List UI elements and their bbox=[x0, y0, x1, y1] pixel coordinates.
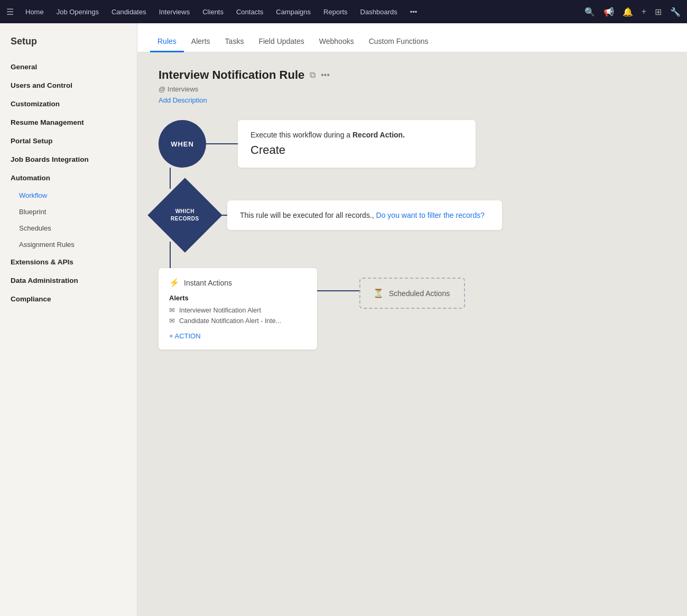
which-records-card[interactable]: This rule will be executed for all recor… bbox=[227, 200, 502, 230]
tabs-bar: Rules Alerts Tasks Field Updates Webhook… bbox=[137, 23, 687, 52]
workflow-content: Interview Notification Rule ⧉ ••• @ Inte… bbox=[137, 52, 687, 616]
nav-item-interviews[interactable]: Interviews bbox=[154, 5, 196, 19]
alert-item-1: ✉ Interviewer Notification Alert bbox=[169, 306, 307, 314]
when-text-prefix: Execute this workflow during a bbox=[250, 131, 352, 139]
hourglass-icon: ⏳ bbox=[373, 288, 384, 298]
v-line-2 bbox=[170, 242, 171, 268]
sidebar: Setup General Users and Control Customiz… bbox=[0, 23, 137, 616]
alert-text-1: Interviewer Notification Alert bbox=[179, 307, 261, 314]
sidebar-item-assignment-rules[interactable]: Assignment Rules bbox=[0, 236, 137, 253]
sidebar-item-data-admin[interactable]: Data Administration bbox=[0, 271, 137, 290]
when-connector bbox=[206, 143, 238, 144]
menu-icon[interactable]: ☰ bbox=[6, 7, 14, 17]
settings-icon[interactable]: 🔧 bbox=[670, 7, 681, 17]
sidebar-item-job-boards[interactable]: Job Boards Integration bbox=[0, 150, 137, 169]
sidebar-item-schedules[interactable]: Schedules bbox=[0, 220, 137, 236]
sidebar-item-automation[interactable]: Automation bbox=[0, 169, 137, 187]
rule-module: @ Interviews bbox=[159, 85, 666, 93]
nav-item-job-openings[interactable]: Job Openings bbox=[51, 5, 104, 19]
grid-icon[interactable]: ⊞ bbox=[655, 7, 662, 17]
alert-text-2: Candidate Notification Alert - Inte... bbox=[179, 317, 281, 325]
sidebar-item-customization[interactable]: Customization bbox=[0, 95, 137, 113]
alerts-label: Alerts bbox=[169, 294, 307, 302]
sidebar-item-extensions-apis[interactable]: Extensions & APIs bbox=[0, 253, 137, 271]
announcements-icon[interactable]: 📢 bbox=[604, 7, 614, 17]
nav-item-reports[interactable]: Reports bbox=[318, 5, 353, 19]
tab-webhooks[interactable]: Webhooks bbox=[312, 32, 361, 52]
main-layout: Setup General Users and Control Customiz… bbox=[0, 23, 687, 616]
v-line-1 bbox=[170, 168, 171, 189]
sidebar-item-users-control[interactable]: Users and Control bbox=[0, 76, 137, 95]
top-navigation: ☰ Home Job Openings Candidates Interview… bbox=[0, 0, 687, 23]
flash-icon: ⚡ bbox=[169, 278, 180, 288]
which-records-text: This rule will be executed for all recor… bbox=[240, 211, 376, 219]
instant-actions-box: ⚡ Instant Actions Alerts ✉ Interviewer N… bbox=[159, 268, 317, 350]
nav-item-more[interactable]: ••• bbox=[405, 5, 423, 19]
actions-row: ⚡ Instant Actions Alerts ✉ Interviewer N… bbox=[159, 268, 666, 350]
sidebar-item-general[interactable]: General bbox=[0, 58, 137, 76]
alert-item-2: ✉ Candidate Notification Alert - Inte... bbox=[169, 317, 307, 325]
nav-item-clients[interactable]: Clients bbox=[197, 5, 229, 19]
v-connector-1 bbox=[159, 168, 666, 189]
nav-item-candidates[interactable]: Candidates bbox=[106, 5, 152, 19]
notifications-icon[interactable]: 🔔 bbox=[623, 7, 633, 17]
add-description-link[interactable]: Add Description bbox=[159, 96, 666, 104]
workflow-diagram: WHEN Execute this workflow during a Reco… bbox=[159, 120, 666, 350]
add-action-button[interactable]: + ACTION bbox=[169, 332, 307, 340]
topnav-icons: 🔍 📢 🔔 + ⊞ 🔧 bbox=[584, 7, 681, 17]
sidebar-item-workflow[interactable]: Workflow bbox=[0, 187, 137, 204]
which-records-step: WHICHRECORDS This rule will be executed … bbox=[159, 189, 666, 242]
nav-item-campaigns[interactable]: Campaigns bbox=[271, 5, 316, 19]
search-icon[interactable]: 🔍 bbox=[584, 7, 595, 17]
instant-actions-label: Instant Actions bbox=[184, 279, 232, 287]
when-card-value: Create bbox=[250, 143, 463, 157]
tab-rules[interactable]: Rules bbox=[150, 32, 184, 52]
when-text-bold: Record Action. bbox=[352, 131, 405, 139]
main-content: Rules Alerts Tasks Field Updates Webhook… bbox=[137, 23, 687, 616]
tab-field-updates[interactable]: Field Updates bbox=[251, 32, 311, 52]
v-connector-2 bbox=[159, 242, 666, 268]
sidebar-item-portal-setup[interactable]: Portal Setup bbox=[0, 132, 137, 150]
mail-icon-1: ✉ bbox=[169, 306, 175, 314]
sidebar-item-resume-management[interactable]: Resume Management bbox=[0, 113, 137, 132]
filter-records-link[interactable]: Do you want to filter the records? bbox=[376, 211, 485, 219]
nav-item-dashboards[interactable]: Dashboards bbox=[355, 5, 403, 19]
add-icon[interactable]: + bbox=[642, 7, 646, 16]
sidebar-title: Setup bbox=[0, 36, 137, 58]
scheduled-connector bbox=[317, 290, 359, 291]
tab-tasks[interactable]: Tasks bbox=[218, 32, 252, 52]
sidebar-item-compliance[interactable]: Compliance bbox=[0, 290, 137, 308]
when-card[interactable]: Execute this workflow during a Record Ac… bbox=[238, 120, 476, 168]
when-step: WHEN Execute this workflow during a Reco… bbox=[159, 120, 666, 168]
tab-alerts[interactable]: Alerts bbox=[184, 32, 218, 52]
more-options-icon[interactable]: ••• bbox=[321, 70, 330, 80]
instant-actions-header: ⚡ Instant Actions bbox=[169, 278, 307, 288]
when-card-text: Execute this workflow during a Record Ac… bbox=[250, 131, 463, 139]
scheduled-actions-box[interactable]: ⏳ Scheduled Actions bbox=[359, 278, 465, 309]
when-node[interactable]: WHEN bbox=[159, 120, 206, 168]
nav-item-contacts[interactable]: Contacts bbox=[231, 5, 268, 19]
page-title: Interview Notification Rule bbox=[159, 68, 304, 82]
workflow-header: Interview Notification Rule ⧉ ••• bbox=[159, 68, 666, 82]
which-records-label: WHICHRECORDS bbox=[171, 208, 199, 223]
mail-icon-2: ✉ bbox=[169, 317, 175, 325]
tab-custom-functions[interactable]: Custom Functions bbox=[361, 32, 436, 52]
sidebar-item-blueprint[interactable]: Blueprint bbox=[0, 204, 137, 220]
nav-item-home[interactable]: Home bbox=[20, 5, 49, 19]
copy-icon[interactable]: ⧉ bbox=[310, 70, 315, 80]
scheduled-actions-label: Scheduled Actions bbox=[389, 289, 450, 298]
